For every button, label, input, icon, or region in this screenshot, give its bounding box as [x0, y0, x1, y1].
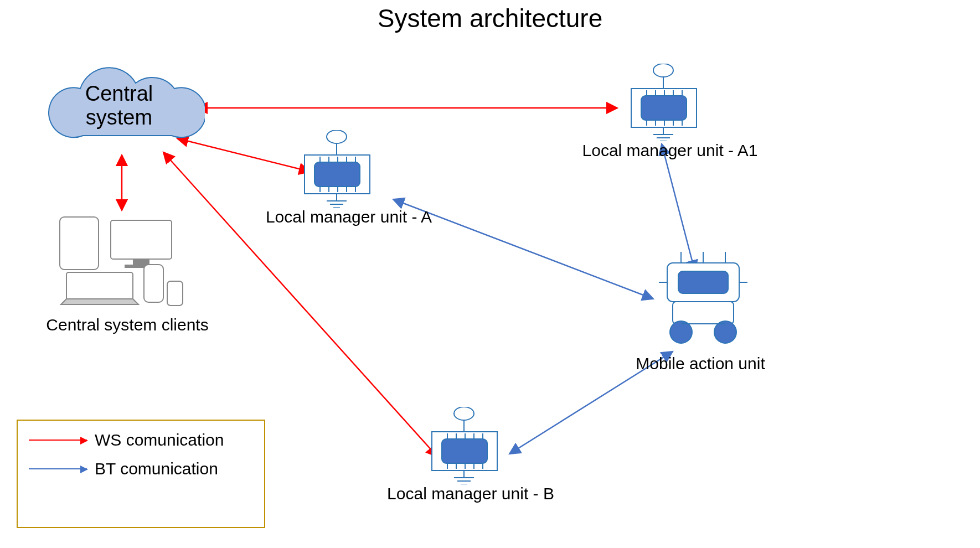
svg-rect-2	[641, 96, 687, 120]
legend-bt-label: BT comunication	[95, 459, 218, 478]
svg-rect-62	[111, 220, 172, 259]
legend-ws-arrow-icon	[29, 440, 87, 441]
legend-bt-row: BT comunication	[29, 459, 264, 478]
svg-rect-58	[673, 302, 734, 324]
svg-rect-69	[167, 281, 183, 306]
mobile-unit-icon	[648, 246, 759, 360]
mobile-unit-label: Mobile action unit	[617, 354, 783, 374]
local-manager-b-label: Local manager unit - B	[365, 484, 576, 504]
legend-box: WS comunication BT comunication	[17, 420, 265, 528]
svg-rect-65	[60, 217, 99, 270]
local-manager-a-label: Local manager unit - A	[244, 208, 454, 227]
svg-rect-55	[678, 271, 728, 293]
client-devices-label: Central system clients	[39, 316, 216, 335]
legend-ws-label: WS comunication	[95, 431, 224, 449]
svg-rect-19	[314, 162, 360, 187]
local-manager-b-icon	[421, 407, 509, 484]
legend-ws-row: WS comunication	[29, 431, 264, 449]
central-system-label: Central system	[55, 82, 183, 130]
local-manager-a1-icon	[620, 64, 709, 141]
svg-marker-67	[61, 299, 138, 304]
legend-bt-arrow-icon	[29, 468, 87, 469]
svg-rect-66	[66, 272, 133, 303]
client-devices-icon	[50, 210, 191, 310]
svg-rect-68	[144, 265, 163, 302]
local-manager-a-icon	[293, 130, 382, 208]
svg-rect-63	[133, 259, 149, 265]
svg-rect-36	[442, 439, 487, 463]
local-manager-a1-label: Local manager unit - A1	[565, 141, 775, 161]
